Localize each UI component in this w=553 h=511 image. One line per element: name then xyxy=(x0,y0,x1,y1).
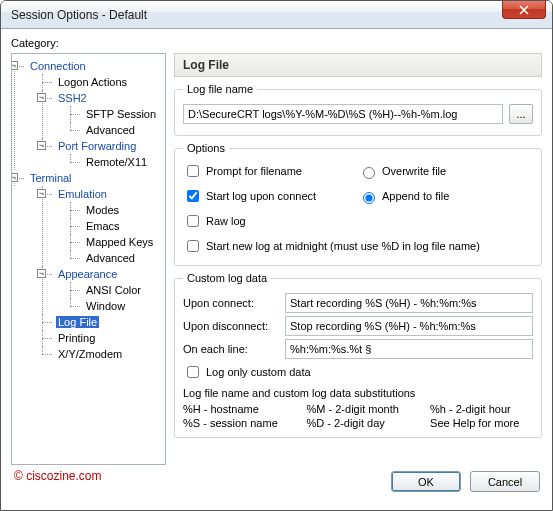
custom-log-legend: Custom log data xyxy=(183,272,271,284)
tree-logfile[interactable]: Log File xyxy=(56,316,99,328)
upon-disconnect-label: Upon disconnect: xyxy=(183,320,279,332)
tree-terminal[interactable]: Terminal xyxy=(28,172,74,184)
upon-disconnect-input[interactable] xyxy=(285,316,533,336)
tree-logon[interactable]: Logon Actions xyxy=(56,76,129,88)
window-title: Session Options - Default xyxy=(11,8,147,22)
upon-connect-label: Upon connect: xyxy=(183,297,279,309)
collapse-icon[interactable]: − xyxy=(11,173,18,182)
panel-title: Log File xyxy=(174,53,542,77)
collapse-icon[interactable]: − xyxy=(37,269,46,278)
tree-ssh2[interactable]: SSH2 xyxy=(56,92,89,104)
subs-heading: Log file name and custom log data substi… xyxy=(183,387,533,399)
collapse-icon[interactable]: − xyxy=(37,93,46,102)
logfile-name-input[interactable] xyxy=(183,104,503,124)
tree-emacs[interactable]: Emacs xyxy=(84,220,122,232)
options-legend: Options xyxy=(183,142,229,154)
ok-button[interactable]: OK xyxy=(391,471,461,492)
tree-advanced2[interactable]: Advanced xyxy=(84,252,137,264)
titlebar: Session Options - Default xyxy=(1,1,552,29)
each-line-input[interactable] xyxy=(285,339,533,359)
overwrite-radio[interactable]: Overwrite file xyxy=(358,162,533,180)
options-group: Options Prompt for filename Overwrite fi… xyxy=(174,142,542,266)
tree-connection[interactable]: Connection xyxy=(28,60,88,72)
custom-log-group: Custom log data Upon connect: Upon disco… xyxy=(174,272,542,438)
collapse-icon[interactable]: − xyxy=(37,141,46,150)
category-label: Category: xyxy=(11,37,542,49)
logfile-name-legend: Log file name xyxy=(183,83,257,95)
collapse-icon[interactable]: − xyxy=(11,61,18,70)
category-tree[interactable]: − Connection Logon Actions − SSH2 SFTP S… xyxy=(11,53,166,465)
cancel-button[interactable]: Cancel xyxy=(470,471,540,492)
browse-button[interactable]: ... xyxy=(509,104,533,124)
close-button[interactable] xyxy=(502,1,546,19)
start-on-connect-checkbox[interactable]: Start log upon connect xyxy=(183,187,358,205)
tree-window[interactable]: Window xyxy=(84,300,127,312)
ellipsis-icon: ... xyxy=(516,108,525,120)
tree-ansi[interactable]: ANSI Color xyxy=(84,284,143,296)
tree-sftp[interactable]: SFTP Session xyxy=(84,108,158,120)
append-radio[interactable]: Append to file xyxy=(358,187,533,205)
tree-remotex11[interactable]: Remote/X11 xyxy=(84,156,149,168)
upon-connect-input[interactable] xyxy=(285,293,533,313)
log-only-custom-checkbox[interactable]: Log only custom data xyxy=(183,363,533,381)
tree-modes[interactable]: Modes xyxy=(84,204,121,216)
tree-mapped[interactable]: Mapped Keys xyxy=(84,236,155,248)
prompt-checkbox[interactable]: Prompt for filename xyxy=(183,162,358,180)
logfile-name-group: Log file name ... xyxy=(174,83,542,136)
watermark: © ciscozine.com xyxy=(14,469,102,483)
subs-table: %H - hostname %M - 2-digit month %h - 2-… xyxy=(183,403,533,429)
tree-appearance[interactable]: Appearance xyxy=(56,268,119,280)
each-line-label: On each line: xyxy=(183,343,279,355)
tree-emulation[interactable]: Emulation xyxy=(56,188,109,200)
tree-advanced[interactable]: Advanced xyxy=(84,124,137,136)
tree-printing[interactable]: Printing xyxy=(56,332,97,344)
raw-log-checkbox[interactable]: Raw log xyxy=(183,212,358,230)
close-icon xyxy=(519,5,529,15)
tree-portfwd[interactable]: Port Forwarding xyxy=(56,140,138,152)
settings-panel: Log File Log file name ... Options Promp… xyxy=(174,53,542,465)
collapse-icon[interactable]: − xyxy=(37,189,46,198)
tree-xyz[interactable]: X/Y/Zmodem xyxy=(56,348,124,360)
midnight-checkbox[interactable]: Start new log at midnight (must use %D i… xyxy=(183,237,533,255)
